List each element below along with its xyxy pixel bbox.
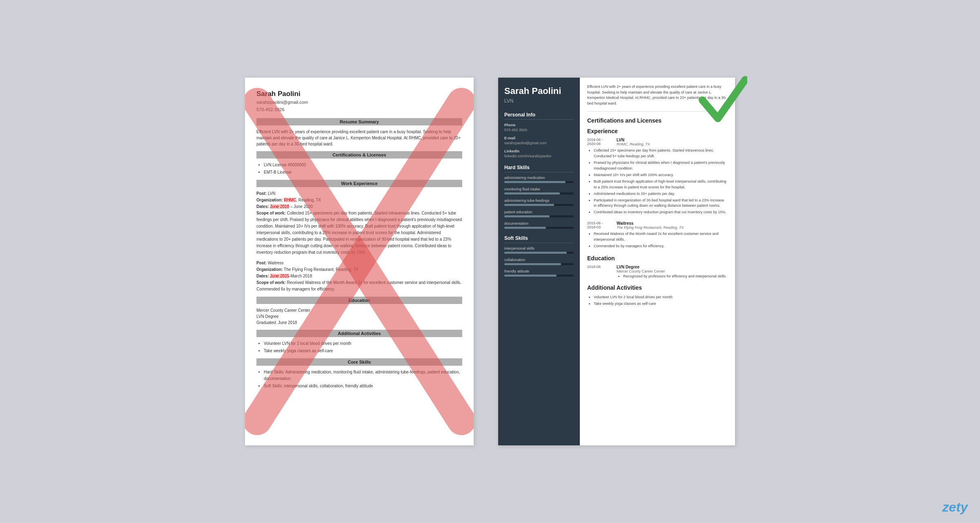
edu-degree-right: LVN Degree xyxy=(617,265,726,269)
work-entry-2: Post: Waitress Organization: The Flying … xyxy=(256,260,462,293)
exp-bullet-2-1: Received Waitress of the Month Award 2x … xyxy=(594,231,728,243)
exp-title-org-1: LVN RHMC, Reading, TX xyxy=(617,138,650,146)
exp-org-2: The Flying Frog Restaurant, Reading, TX xyxy=(617,226,684,230)
hard-skills-title: Hard Skills xyxy=(504,165,574,172)
soft-skills-title: Soft Skills xyxy=(504,235,574,243)
main-content: Efficient LVN with 2+ years of experienc… xyxy=(580,78,735,445)
resume-left: Sarah Paolini sarahzpaolini@gmail.com 57… xyxy=(245,78,474,445)
skill-friendly: friendly attitude xyxy=(504,269,574,277)
exp-bullets-1: Collected 15+ specimens per day from pat… xyxy=(587,148,728,215)
right-summary: Efficient LVN with 2+ years of experienc… xyxy=(587,84,728,112)
skill-admin-med: administering medication xyxy=(504,176,574,183)
edu-school: Mercer County Career Center xyxy=(256,308,310,313)
main-container: Sarah Paolini sarahzpaolini@gmail.com 57… xyxy=(229,61,751,462)
skill-doc: documentation xyxy=(504,221,574,229)
skill-tube-name: administering tube-feedings xyxy=(504,199,574,203)
cert-list: LVN License #0000000 EMT-B License xyxy=(256,162,462,176)
left-contact: sarahzpaolini@gmail.com 570-452-3926 xyxy=(256,99,462,113)
edu-detail: LVN Degree Mercer County Career Center R… xyxy=(617,265,726,280)
skill-collab-bar-bg xyxy=(504,263,574,265)
skill-collab: collaboration xyxy=(504,258,574,265)
exp-bullet-1-7: Contributed ideas to inventory reduction… xyxy=(594,210,728,215)
skill-fluid-bar-bg xyxy=(504,192,574,194)
add-activities-title: Additional Activities xyxy=(587,284,728,291)
sidebar: Sarah Paolini LVN Personal Info Phone 57… xyxy=(498,78,580,445)
left-phone: 570-452-3926 xyxy=(256,107,285,112)
email-value: sarahzpaolini@gmail.com xyxy=(504,141,574,145)
cert-header: Certifications & Licenses xyxy=(256,151,462,159)
work-entry-1: Post: LVN Organization: RHMC, Reading, T… xyxy=(256,190,462,256)
cert-item-2: EMT-B License xyxy=(264,169,462,176)
skill-collab-bar-fill xyxy=(504,263,561,265)
exp-job-title-2: Waitress xyxy=(617,221,684,226)
edu-text: Mercer County Career Center LVN Degree G… xyxy=(256,307,462,326)
exp-dates-2: 2015-06 -2018-03 xyxy=(587,221,612,230)
exp-bullets-2: Received Waitress of the Month Award 2x … xyxy=(587,231,728,249)
skill-friendly-bar-bg xyxy=(504,275,574,277)
email-label: E-mail xyxy=(504,136,574,140)
skill-patient-edu-bar-fill xyxy=(504,215,550,217)
skill-doc-bar-fill xyxy=(504,227,546,229)
linkedin-label: LinkedIn xyxy=(504,149,574,153)
right-title: LVN xyxy=(504,98,574,104)
exp-header-1: 2018-06 -2020-06 LVN RHMC, Reading, TX xyxy=(587,138,728,146)
exp-bullet-2-2: Commended 6x by managers for efficiency. xyxy=(594,244,728,249)
zety-brand: zety xyxy=(942,500,968,515)
edu-note: Recognized by professors for efficiency … xyxy=(617,273,726,279)
activity-2: Take weekly yoga classes as self-care xyxy=(264,348,462,354)
personal-info-title: Personal Info xyxy=(504,112,574,120)
left-name: Sarah Paolini xyxy=(256,90,462,98)
exp-entry-1: 2018-06 -2020-06 LVN RHMC, Reading, TX C… xyxy=(587,138,728,215)
cert-item-1: LVN License #0000000 xyxy=(264,162,462,168)
exp-job-title-1: LVN xyxy=(617,138,650,142)
resume-right: Sarah Paolini LVN Personal Info Phone 57… xyxy=(498,78,735,445)
add-activities-list: Volunteer LVN for 2 local blood drives p… xyxy=(587,294,728,307)
cert-title: Certifications and Licenses xyxy=(587,117,728,124)
right-name: Sarah Paolini xyxy=(504,86,574,96)
skill-friendly-bar-fill xyxy=(504,275,557,277)
skill-collab-name: collaboration xyxy=(504,258,574,262)
exp-bullet-1-2: Praised by physicians for clinical abili… xyxy=(594,160,728,172)
exp-bullet-1-5: Administered medications to 20+ patients… xyxy=(594,191,728,197)
skill-interpersonal: interpersonal skills xyxy=(504,246,574,254)
skill-interpersonal-bar-fill xyxy=(504,252,567,254)
work-header: Work Experience xyxy=(256,180,462,187)
skill-patient-edu-name: patient education xyxy=(504,210,574,214)
exp-bullet-1-1: Collected 15+ specimens per day from pat… xyxy=(594,148,728,159)
exp-bullet-1-4: Built patient trust through application … xyxy=(594,179,728,190)
soft-skills-text: Soft Skills: interpersonal skills, colla… xyxy=(264,383,462,389)
skill-fluid: monitoring fluid intake xyxy=(504,187,574,194)
add-activity-2: Take weekly yoga classes as self-care xyxy=(594,301,728,306)
skill-fluid-name: monitoring fluid intake xyxy=(504,187,574,191)
add-activity-1: Volunteer LVN for 2 local blood drives p… xyxy=(594,294,728,300)
edu-degree: LVN Degree xyxy=(256,314,278,319)
skill-friendly-name: friendly attitude xyxy=(504,269,574,273)
edu-school-right: Mercer County Career Center xyxy=(617,269,726,273)
exp-bullet-1-6: Participated in reorganization of 30-bed… xyxy=(594,198,728,209)
skill-admin-med-bar-fill xyxy=(504,181,566,183)
edu-header: Education xyxy=(256,297,462,304)
exp-org-1: RHMC, Reading, TX xyxy=(617,142,650,146)
skill-fluid-bar-fill xyxy=(504,192,560,194)
left-email: sarahzpaolini@gmail.com xyxy=(256,100,308,105)
exp-header-2: 2015-06 -2018-03 Waitress The Flying Fro… xyxy=(587,221,728,230)
phone-label: Phone xyxy=(504,123,574,127)
skill-interpersonal-bar-bg xyxy=(504,252,574,254)
skills-list: Hard Skills: Administering medication, m… xyxy=(256,369,462,389)
skill-interpersonal-name: interpersonal skills xyxy=(504,246,574,250)
skill-admin-med-name: administering medication xyxy=(504,176,574,180)
skill-tube-bar-bg xyxy=(504,204,574,206)
exp-title-org-2: Waitress The Flying Frog Restaurant, Rea… xyxy=(617,221,684,230)
linkedin-value: linkedin.com/in/sarahzpaolini xyxy=(504,154,574,158)
edu-title-right: Education xyxy=(587,255,728,262)
exp-entry-2: 2015-06 -2018-03 Waitress The Flying Fro… xyxy=(587,221,728,249)
summary-header: Resume Summary xyxy=(256,118,462,125)
edu-graduated: Graduated: June 2018 xyxy=(256,320,297,325)
edu-note-text: Recognized by professors for efficiency … xyxy=(623,273,726,279)
skill-admin-med-bar-bg xyxy=(504,181,574,183)
exp-dates-1: 2018-06 -2020-06 xyxy=(587,138,612,146)
hard-skills-text: Hard Skills: Administering medication, m… xyxy=(264,369,462,382)
activities-header: Additional Activities xyxy=(256,330,462,337)
skill-tube-bar-fill xyxy=(504,204,554,206)
skill-tube: administering tube-feedings xyxy=(504,199,574,206)
